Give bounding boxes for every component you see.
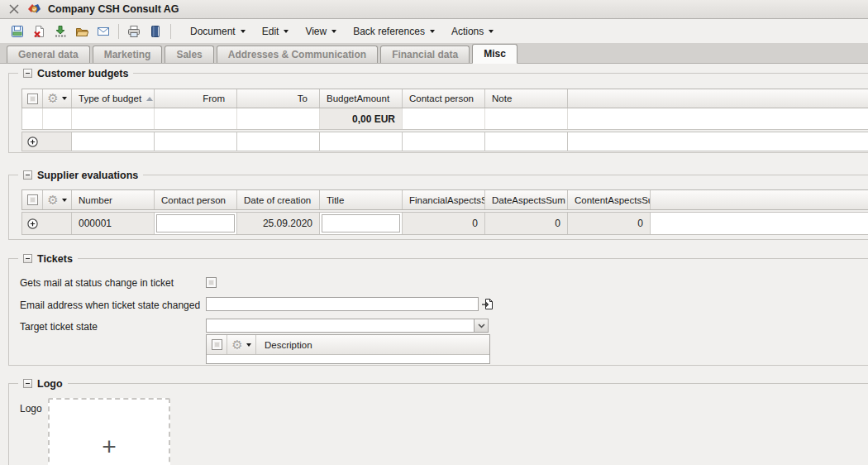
cell-content-aspects-sum: 0 [568,213,651,234]
collapse-icon[interactable] [23,170,32,180]
email-on-ticket-state-input[interactable] [206,297,479,311]
budget-amount-input[interactable] [320,132,403,151]
collapse-icon[interactable] [23,69,32,78]
cell-empty [22,108,43,129]
header-select-all[interactable] [22,190,43,209]
title-input[interactable] [322,214,400,232]
combobox-dropdown-button[interactable] [474,319,489,333]
collapse-icon[interactable] [23,379,32,388]
column-header-from[interactable]: From [155,89,237,108]
target-state-dropdown-panel: ⚙ Description [206,334,490,364]
chevron-down-icon [489,30,494,33]
tab-sales[interactable]: Sales [165,46,213,63]
print-button[interactable] [123,22,145,41]
column-header-contact-person[interactable]: Contact person [155,190,237,209]
budget-from-input[interactable] [155,132,237,151]
open-row-button[interactable] [27,218,38,229]
section-supplier-evaluations: Supplier evaluations ⚙ Number Contact pe… [8,175,868,240]
column-header-description[interactable]: Description [256,335,489,354]
column-header-date-aspects[interactable]: DateAspectsSum [485,190,568,209]
column-settings-button[interactable]: ⚙ [227,335,256,354]
mail-button[interactable] [93,22,114,41]
checkbox-icon[interactable] [27,93,38,104]
budget-note-input[interactable] [485,132,568,151]
cell-empty [72,108,155,129]
checkbox-icon[interactable] [27,194,38,205]
new-budget-row [21,132,868,151]
chevron-down-icon [478,324,485,328]
menu-actions[interactable]: Actions [443,22,502,41]
header-select-all[interactable] [207,335,227,354]
column-header-contact-person[interactable]: Contact person [403,89,485,108]
column-settings-button[interactable]: ⚙ [43,89,72,108]
mail-icon [97,25,110,38]
tab-addresses-communication[interactable]: Addresses & Communication [217,46,378,63]
logo-upload-dropzone[interactable]: + [48,398,170,465]
budget-to-input[interactable] [237,132,320,151]
chevron-down-icon [241,30,246,33]
supplier-evaluations-table: ⚙ Number Contact person Date of creation… [21,189,868,235]
add-row-cell [22,132,72,151]
section-customer-budgets: Customer budgets ⚙ Type of budget From T… [8,73,868,153]
section-title: Logo [37,378,63,390]
summary-row: 0,00 EUR [21,108,868,130]
column-header-title[interactable]: Title [320,190,403,209]
add-budget-button[interactable] [27,137,38,147]
select-record-button[interactable] [481,298,494,310]
gear-icon: ⚙ [231,339,242,351]
column-header-type-of-budget[interactable]: Type of budget [72,89,155,108]
dropdown-header-row: ⚙ Description [207,335,489,355]
collapse-icon[interactable] [23,254,32,263]
plus-circle-icon [27,137,38,147]
close-icon[interactable] [7,2,21,16]
column-header-to[interactable]: To [237,89,320,108]
column-header-financial-aspects[interactable]: FinancialAspectsSum [403,190,485,209]
cell-empty [403,108,485,129]
section-title: Customer budgets [37,68,128,79]
column-header-note[interactable]: Note [485,89,568,108]
import-button[interactable] [50,22,71,41]
checkbox-icon[interactable] [212,339,222,350]
mail-on-status-change-checkbox[interactable] [206,277,217,288]
assign-document-icon [481,298,494,310]
menu-document[interactable]: Document [182,22,254,41]
gear-icon: ⚙ [47,194,58,206]
archive-button[interactable] [145,22,166,41]
tab-marketing[interactable]: Marketing [93,46,163,63]
app-logo-icon [27,2,41,16]
column-header-content-aspects[interactable]: ContentAspectsSum [568,190,651,209]
column-header-date-of-creation[interactable]: Date of creation [237,190,320,209]
toolbar-separator [170,24,171,39]
toolbar-separator [118,24,119,39]
tab-general-data[interactable]: General data [7,46,90,63]
cell-date-aspects-sum: 0 [485,213,568,234]
budget-amount-total: 0,00 EUR [320,108,403,129]
target-ticket-state-label: Target ticket state [20,321,98,333]
section-title: Supplier evaluations [37,170,138,181]
menu-back-references[interactable]: Back references [345,22,443,41]
column-header-number[interactable]: Number [72,190,155,209]
folder-icon [75,25,88,38]
tab-misc[interactable]: Misc [472,44,517,64]
table-header-row: ⚙ Type of budget From To BudgetAmount Co… [21,89,868,108]
column-header-budget-amount[interactable]: BudgetAmount [320,89,403,108]
cell-financial-aspects-sum: 0 [403,213,485,234]
plus-icon: + [102,434,117,459]
tab-financial-data[interactable]: Financial data [380,46,470,63]
delete-document-button[interactable] [28,22,50,41]
save-button[interactable] [7,22,28,41]
contact-person-input[interactable] [156,214,235,232]
budget-contact-input[interactable] [403,132,485,151]
folder-button[interactable] [71,22,93,41]
column-header-filler [568,89,868,108]
column-settings-button[interactable]: ⚙ [43,190,72,209]
supplier-evaluation-row[interactable]: 000001 25.09.2020 0 0 0 [21,212,868,235]
cell-empty [485,108,568,129]
menu-edit[interactable]: Edit [254,22,298,41]
target-ticket-state-combobox[interactable] [206,319,489,333]
budget-type-input[interactable] [72,132,155,151]
menu-view[interactable]: View [297,22,345,41]
header-select-all[interactable] [22,89,43,108]
combobox-value[interactable] [206,319,474,333]
cell-empty [568,108,868,129]
